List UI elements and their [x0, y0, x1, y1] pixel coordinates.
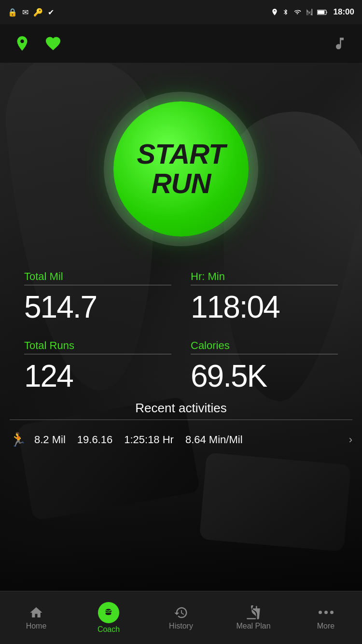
- calories-value: 69.5K: [191, 358, 338, 394]
- coach-badge-circle: [98, 602, 119, 623]
- nav-label-home: Home: [26, 622, 47, 630]
- chevron-right-icon: ›: [349, 434, 352, 446]
- top-left-icons: [12, 33, 64, 54]
- time-display: 18:00: [334, 7, 354, 17]
- status-icons-left: 🔒 ✉ 🔑 ✔: [8, 8, 54, 17]
- battery-icon: [317, 9, 328, 15]
- activity-pace: 8.64 Min/Mil: [185, 434, 243, 446]
- coach-hat-icon: [103, 607, 114, 618]
- start-run-area: START RUN: [104, 92, 258, 246]
- stat-divider-2: [191, 285, 338, 285]
- wifi-icon: [293, 9, 302, 15]
- activity-data: 8.2 Mil 19.6.16 1:25:18 Hr 8.64 Min/Mil: [34, 434, 341, 446]
- location-button[interactable]: [12, 33, 33, 54]
- nav-item-history[interactable]: History: [145, 591, 217, 644]
- start-run-outer-ring: START RUN: [104, 92, 258, 246]
- nav-item-coach[interactable]: Coach: [72, 591, 145, 644]
- nav-label-more: More: [317, 622, 334, 630]
- more-dots-icon: [319, 605, 334, 620]
- nav-item-meal-plan[interactable]: Meal Plan: [217, 591, 290, 644]
- stat-divider-1: [24, 285, 171, 285]
- calories-label: Calories: [191, 339, 338, 352]
- gmail-icon: ✉: [22, 8, 28, 17]
- bluetooth-icon: [282, 8, 289, 16]
- recent-divider: [10, 420, 352, 420]
- home-icon: [29, 605, 43, 620]
- stat-divider-4: [191, 354, 338, 354]
- stat-hr-min: Hr: Min 118:04: [181, 266, 348, 335]
- activity-distance: 8.2 Mil: [34, 434, 66, 446]
- main-content: START RUN Total Mil 514.7 Hr: Min 118:04…: [0, 63, 362, 594]
- activity-duration: 1:25:18 Hr: [124, 434, 174, 446]
- status-icons-right: 18:00: [271, 7, 354, 17]
- meal-plan-icon: [246, 605, 261, 620]
- hr-min-label: Hr: Min: [191, 270, 338, 283]
- key-icon: 🔑: [33, 8, 43, 17]
- activity-row-1[interactable]: 🏃 8.2 Mil 19.6.16 1:25:18 Hr 8.64 Min/Mi…: [10, 428, 352, 451]
- top-action-bar: [0, 24, 362, 63]
- nav-item-more[interactable]: More: [290, 591, 362, 644]
- nav-item-home[interactable]: Home: [0, 591, 72, 644]
- start-run-line1: START: [137, 140, 225, 169]
- lock-icon: 🔒: [8, 8, 17, 17]
- check-icon: ✔: [48, 8, 54, 17]
- total-mil-value: 514.7: [24, 289, 171, 325]
- total-runs-label: Total Runs: [24, 339, 171, 352]
- nav-label-meal-plan: Meal Plan: [236, 622, 270, 630]
- stat-calories: Calories 69.5K: [181, 335, 348, 404]
- start-run-line2: RUN: [152, 169, 211, 198]
- recent-activities-title: Recent activities: [10, 401, 352, 416]
- stat-divider-3: [24, 354, 171, 354]
- svg-rect-2: [318, 10, 324, 14]
- total-mil-label: Total Mil: [24, 270, 171, 283]
- history-icon: [174, 605, 188, 620]
- stat-total-mil: Total Mil 514.7: [14, 266, 181, 335]
- total-runs-value: 124: [24, 358, 171, 394]
- status-bar: 🔒 ✉ 🔑 ✔ 18:00: [0, 0, 362, 24]
- music-button[interactable]: [329, 33, 350, 54]
- runner-icon: 🏃: [10, 432, 27, 448]
- nav-label-coach: Coach: [97, 625, 120, 634]
- stats-grid: Total Mil 514.7 Hr: Min 118:04 Total Run…: [0, 266, 362, 404]
- activity-date: 19.6.16: [77, 434, 112, 446]
- recent-activities-section: Recent activities 🏃 8.2 Mil 19.6.16 1:25…: [0, 401, 362, 451]
- stat-total-runs: Total Runs 124: [14, 335, 181, 404]
- nav-label-history: History: [169, 622, 193, 630]
- bottom-navigation: Home Coach History Meal Plan: [0, 591, 362, 644]
- start-run-button[interactable]: START RUN: [113, 101, 249, 237]
- hr-min-value: 118:04: [191, 289, 338, 325]
- gps-icon: [271, 8, 278, 16]
- coach-badge: [98, 602, 119, 623]
- heart-button[interactable]: [42, 33, 64, 54]
- signal-icon: [306, 9, 313, 15]
